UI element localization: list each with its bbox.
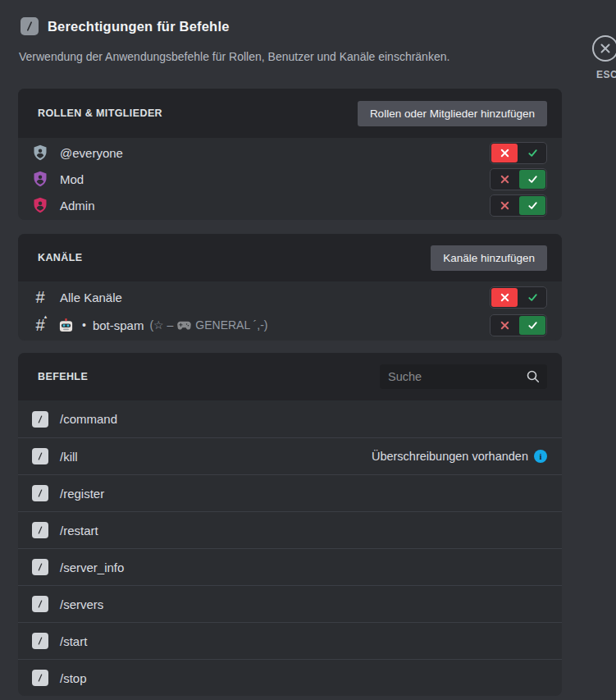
- channels-list: # Alle Kanäle #▲ • bot-spam: [18, 281, 562, 341]
- commands-section: BEFEHLE /command /kill Überschreibungen …: [18, 353, 562, 696]
- permission-toggle: [490, 286, 547, 309]
- roles-members-header: ROLLEN & MITGLIEDER Rollen oder Mitglied…: [18, 89, 562, 138]
- close-button[interactable]: ESC: [592, 35, 616, 80]
- allow-button[interactable]: [519, 170, 545, 189]
- command-name: /kill: [60, 450, 78, 464]
- command-row-servers[interactable]: /servers: [18, 585, 562, 622]
- channels-header: KANÄLE Kanäle hinzufügen: [18, 234, 562, 281]
- esc-label: ESC: [592, 69, 616, 80]
- command-permissions-page: Berechtigungen für Befehle Verwendung de…: [0, 0, 616, 700]
- hash-icon: #: [32, 289, 48, 305]
- overrides-badge: Überschreibungen vorhanden i: [372, 450, 547, 463]
- overrides-badge-text: Überschreibungen vorhanden: [372, 450, 528, 463]
- close-icon[interactable]: [592, 35, 616, 62]
- allow-button[interactable]: [519, 196, 545, 215]
- channel-separator: •: [82, 318, 86, 332]
- permission-toggle: [490, 194, 547, 217]
- deny-button[interactable]: [491, 288, 518, 307]
- allow-button[interactable]: [519, 288, 545, 307]
- robot-emoji: [58, 318, 74, 333]
- roles-list: @everyone Mod: [18, 138, 562, 220]
- role-shield-icon: [32, 144, 48, 161]
- channel-row-bot-spam: #▲ • bot-spam (☆ – GENERAL ´,-): [18, 311, 562, 339]
- slash-command-icon: [21, 17, 39, 35]
- allow-button[interactable]: [519, 316, 545, 335]
- roles-members-section: ROLLEN & MITGLIEDER Rollen oder Mitglied…: [18, 89, 562, 220]
- role-name: Mod: [60, 172, 84, 186]
- slash-command-icon: [32, 633, 48, 649]
- info-icon: i: [534, 450, 547, 463]
- channel-category-suffix: (☆ – GENERAL ´,-): [149, 318, 267, 332]
- command-row-register[interactable]: /register: [18, 474, 562, 511]
- slash-command-icon: [32, 411, 48, 428]
- command-name: /servers: [60, 597, 103, 611]
- search-icon: [526, 369, 541, 387]
- command-row-kill[interactable]: /kill Überschreibungen vorhanden i: [18, 437, 562, 474]
- command-name: /command: [60, 412, 117, 426]
- channels-section: KANÄLE Kanäle hinzufügen # Alle Kanäle #…: [18, 234, 562, 341]
- commands-header: BEFEHLE: [18, 353, 562, 400]
- command-name: /register: [60, 487, 104, 501]
- permission-toggle: [490, 168, 547, 190]
- role-name: Admin: [60, 199, 95, 213]
- restricted-flag-icon: ▲: [43, 314, 48, 319]
- roles-members-title: ROLLEN & MITGLIEDER: [38, 108, 162, 119]
- command-row-server-info[interactable]: /server_info: [18, 548, 562, 585]
- channel-row-all-channels: # Alle Kanäle: [18, 283, 562, 311]
- slash-command-icon: [32, 485, 48, 501]
- channels-title: KANÄLE: [38, 252, 82, 263]
- slash-command-icon: [32, 596, 48, 612]
- command-name: /stop: [60, 671, 87, 685]
- page-header: Berechtigungen für Befehle: [21, 17, 230, 35]
- role-shield-icon: [32, 197, 48, 213]
- permission-toggle: [490, 314, 547, 336]
- channel-name: bot-spam: [93, 318, 144, 332]
- add-roles-members-button[interactable]: Rollen oder Mitglieder hinzufügen: [358, 101, 547, 126]
- allow-button[interactable]: [519, 144, 545, 162]
- channel-name: Alle Kanäle: [60, 291, 122, 304]
- permission-toggle: [490, 142, 547, 164]
- command-row-start[interactable]: /start: [18, 622, 562, 659]
- gamepad-icon: [177, 321, 191, 330]
- role-row-admin: Admin: [18, 192, 562, 218]
- channel-suffix-prefix: (☆ –: [149, 318, 173, 332]
- channel-suffix-text: GENERAL ´,-): [195, 318, 267, 332]
- page-subtitle: Verwendung der Anwendungsbefehle für Rol…: [19, 50, 449, 63]
- slash-command-icon: [32, 522, 48, 538]
- add-channels-button[interactable]: Kanäle hinzufügen: [431, 245, 547, 271]
- deny-button[interactable]: [491, 144, 518, 162]
- command-row-command[interactable]: /command: [18, 400, 562, 437]
- page-title: Berechtigungen für Befehle: [48, 19, 230, 34]
- role-shield-icon: [32, 171, 48, 187]
- command-search-input[interactable]: [380, 364, 547, 389]
- slash-command-icon: [32, 448, 48, 464]
- commands-title: BEFEHLE: [38, 371, 88, 382]
- command-search: [380, 364, 547, 389]
- deny-button[interactable]: [491, 196, 518, 215]
- command-name: /server_info: [60, 560, 124, 574]
- commands-list: /command /kill Überschreibungen vorhande…: [18, 400, 562, 696]
- command-row-restart[interactable]: /restart: [18, 511, 562, 548]
- deny-button[interactable]: [491, 316, 518, 335]
- command-name: /start: [60, 634, 87, 648]
- command-name: /restart: [60, 524, 98, 538]
- deny-button[interactable]: [491, 170, 518, 189]
- role-name: @everyone: [60, 146, 123, 160]
- command-row-stop[interactable]: /stop: [18, 659, 562, 696]
- slash-command-icon: [32, 670, 48, 686]
- role-row-everyone: @everyone: [18, 140, 562, 166]
- hash-restricted-icon: #▲: [32, 317, 48, 333]
- slash-command-icon: [32, 559, 48, 575]
- role-row-mod: Mod: [18, 166, 562, 192]
